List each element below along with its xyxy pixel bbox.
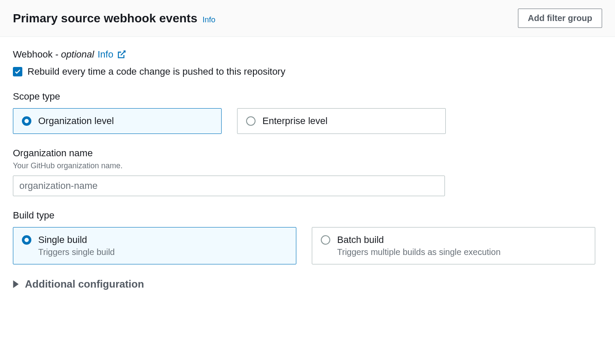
- scope-type-options: Organization level Enterprise level: [13, 108, 602, 134]
- build-type-section: Build type Single build Triggers single …: [13, 210, 602, 264]
- add-filter-group-button[interactable]: Add filter group: [518, 9, 602, 28]
- build-type-label: Build type: [13, 210, 602, 221]
- header-info-link[interactable]: Info: [202, 15, 215, 24]
- svg-marker-0: [13, 280, 19, 288]
- rebuild-checkbox[interactable]: [13, 67, 22, 76]
- additional-configuration-toggle[interactable]: Additional configuration: [13, 278, 602, 290]
- org-name-label: Organization name: [13, 148, 602, 159]
- org-name-section: Organization name Your GitHub organizati…: [13, 148, 602, 196]
- build-option-single[interactable]: Single build Triggers single build: [13, 227, 296, 264]
- webhook-label-text: Webhook: [13, 49, 53, 60]
- radio-label: Enterprise level: [262, 115, 328, 127]
- header-title-group: Primary source webhook events Info: [13, 12, 215, 25]
- scope-type-section: Scope type Organization level Enterprise…: [13, 91, 602, 134]
- rebuild-checkbox-label: Rebuild every time a code change is push…: [27, 66, 285, 77]
- scope-type-label: Scope type: [13, 91, 602, 102]
- radio-label: Organization level: [38, 115, 114, 127]
- scope-option-enterprise[interactable]: Enterprise level: [237, 108, 446, 134]
- page-title: Primary source webhook events: [13, 12, 198, 25]
- radio-icon: [246, 116, 256, 126]
- panel-content: Webhook - optional Info Rebuild every ti…: [0, 37, 615, 302]
- org-name-input[interactable]: [13, 176, 445, 196]
- radio-description: Triggers single build: [38, 247, 115, 257]
- panel-header: Primary source webhook events Info Add f…: [0, 0, 615, 37]
- build-type-options: Single build Triggers single build Batch…: [13, 227, 602, 264]
- radio-icon: [22, 116, 31, 126]
- radio-label: Single build: [38, 234, 115, 246]
- webhook-optional-text: optional: [61, 49, 94, 60]
- build-option-batch[interactable]: Batch build Triggers multiple builds as …: [312, 227, 595, 264]
- additional-configuration-label: Additional configuration: [25, 278, 144, 290]
- scope-option-organization[interactable]: Organization level: [13, 108, 222, 134]
- radio-description: Triggers multiple builds as single execu…: [337, 247, 501, 257]
- caret-right-icon: [13, 280, 19, 288]
- webhook-info-link[interactable]: Info: [97, 49, 113, 60]
- radio-label: Batch build: [337, 234, 501, 246]
- radio-icon: [22, 235, 31, 245]
- external-link-icon[interactable]: [117, 50, 126, 59]
- radio-icon: [321, 235, 330, 245]
- rebuild-checkbox-row: Rebuild every time a code change is push…: [13, 66, 602, 77]
- webhook-label: Webhook - optional Info: [13, 49, 602, 60]
- org-name-hint: Your GitHub organization name.: [13, 161, 602, 170]
- webhook-section: Webhook - optional Info Rebuild every ti…: [13, 49, 602, 77]
